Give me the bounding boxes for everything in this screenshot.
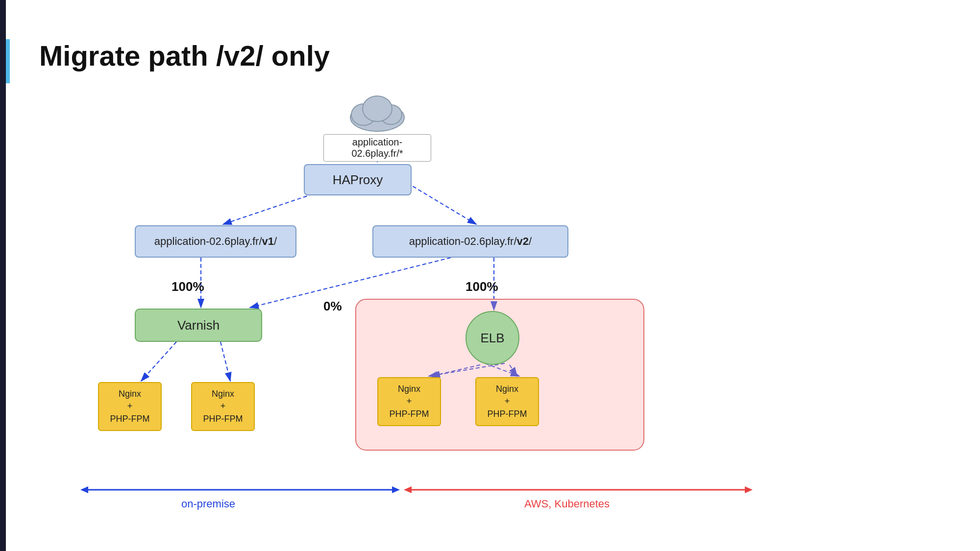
svg-line-9: [220, 342, 230, 381]
path-v1-box: application-02.6play.fr/v1/: [135, 225, 296, 258]
nginx-v2-right: Nginx+PHP-FPM: [475, 377, 539, 426]
left-bar: [0, 0, 6, 551]
path-v1-text: application-02.6play.fr/v1/: [154, 235, 277, 248]
svg-line-8: [141, 342, 176, 381]
svg-marker-18: [404, 486, 412, 493]
on-premise-label: on-premise: [181, 498, 235, 510]
pct-100-left: 100%: [172, 279, 204, 294]
svg-marker-15: [80, 486, 88, 493]
nginx-v2-left: Nginx+PHP-FPM: [377, 377, 441, 426]
haproxy-box: HAProxy: [304, 164, 412, 195]
page-title: Migrate path /v2/ only: [39, 39, 330, 72]
pct-0: 0%: [323, 299, 342, 314]
aws-label: AWS, Kubernetes: [524, 498, 610, 510]
elb-circle: ELB: [466, 311, 519, 365]
svg-point-23: [363, 96, 392, 121]
path-v2-box: application-02.6play.fr/v2/: [372, 225, 568, 258]
path-v2-text: application-02.6play.fr/v2/: [409, 235, 532, 248]
svg-line-4: [402, 180, 476, 224]
accent-bar: [6, 39, 10, 83]
svg-marker-16: [392, 486, 400, 493]
cloud-icon: [343, 88, 412, 132]
nginx-v1-left: Nginx+PHP-FPM: [98, 382, 162, 431]
cloud-group: application-02.6play.fr/*: [323, 88, 431, 162]
nginx-v1-right: Nginx+PHP-FPM: [191, 382, 255, 431]
varnish-box: Varnish: [135, 309, 262, 342]
pct-100-right: 100%: [466, 279, 498, 294]
cloud-label: application-02.6play.fr/*: [323, 134, 431, 162]
diagram: application-02.6play.fr/* HAProxy applic…: [39, 88, 951, 519]
svg-marker-19: [745, 486, 753, 493]
